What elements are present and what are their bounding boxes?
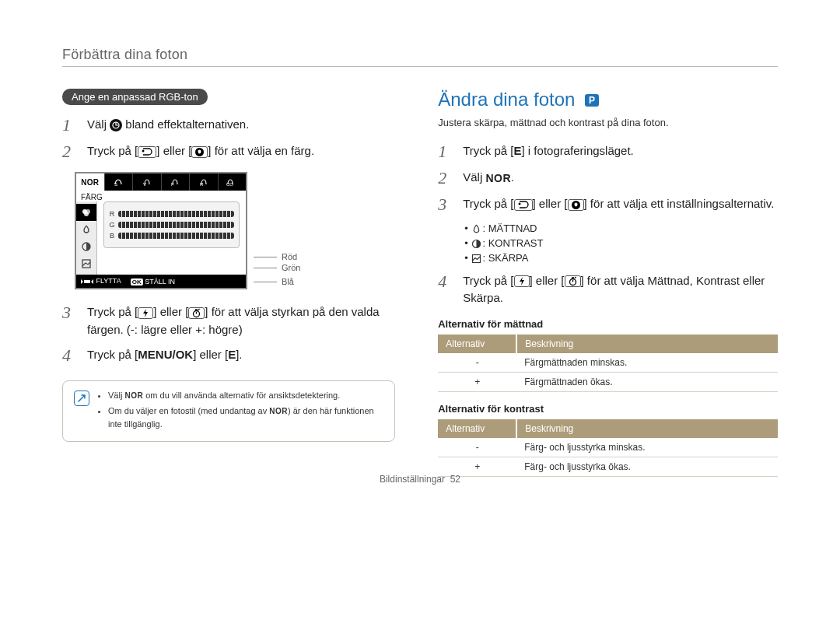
- step-text: Välj bland effektalternativen.: [87, 116, 395, 134]
- mode-badge: P: [585, 94, 599, 107]
- svg-text:V: V: [143, 182, 146, 187]
- camera-ui-illustration: NOR S V F R CO FÄRG: [75, 172, 395, 289]
- section-subtitle: Justera skärpa, mättnad och kontrast på …: [438, 117, 778, 128]
- step-number: 4: [62, 346, 79, 365]
- page-footer: Bildinställningar 52: [0, 474, 840, 485]
- table-heading-saturation: Alternativ för mättnad: [438, 318, 778, 330]
- custom-rgb-circle-icon: [110, 119, 122, 131]
- option-sharpness: : SKÄRPA: [464, 252, 778, 264]
- svg-text:F: F: [171, 182, 174, 187]
- step-text: Tryck på [] eller [] för att välja styrk…: [87, 303, 395, 338]
- step-number: 2: [62, 142, 79, 161]
- flash-key-icon: [514, 275, 530, 287]
- macro-left-key-icon: [514, 199, 533, 211]
- camera-area-title: FÄRG: [76, 191, 246, 201]
- section-title: Ändra dina foton P: [438, 89, 778, 110]
- rgb-b-label: B: [109, 232, 115, 240]
- nor-label: NOR: [485, 172, 511, 184]
- contrast-icon: [471, 238, 482, 250]
- step-text: Tryck på [MENU/OK] eller [E].: [87, 346, 395, 364]
- step: 3 Tryck på [] eller [] för att välja ett…: [438, 195, 778, 214]
- step: 3 Tryck på [] eller [] för att välja sty…: [62, 303, 395, 338]
- page-header: Förbättra dina foton: [62, 47, 778, 63]
- step: 4 Tryck på [MENU/OK] eller [E].: [62, 346, 395, 365]
- step-text: Tryck på [] eller [] för att välja Mättn…: [463, 272, 778, 307]
- side-contrast-icon: [76, 238, 96, 255]
- style-tab-forest-icon: F: [162, 173, 191, 191]
- step: 1 Välj bland effektalternativen.: [62, 116, 395, 135]
- callout-red: Röd: [254, 252, 300, 261]
- step-number: 1: [438, 142, 455, 161]
- style-tab-cool-icon: CO: [219, 173, 247, 191]
- nor-label: NOR: [124, 391, 143, 400]
- table-row: + Färgmättnaden ökas.: [438, 372, 778, 391]
- step-number: 4: [438, 272, 455, 291]
- option-saturation: : MÄTTNAD: [464, 222, 778, 235]
- rgb-b-bar: [118, 233, 234, 239]
- camera-footer-set: OK STÄLL IN: [131, 278, 175, 285]
- subsection-pill: Ange en anpassad RGB-ton: [62, 89, 208, 105]
- style-tab-retro-icon: R: [190, 173, 219, 191]
- option-contrast: : KONTRAST: [464, 237, 778, 250]
- macro-left-key-icon: [138, 146, 156, 158]
- droplet-icon: [471, 223, 482, 235]
- note-item: Om du väljer en fotostil (med undantag a…: [108, 405, 383, 432]
- rgb-r-label: R: [109, 210, 115, 218]
- flash-key-icon: [138, 307, 153, 319]
- rgb-g-bar: [118, 222, 234, 228]
- step-number: 2: [438, 169, 455, 187]
- step-number: 1: [62, 116, 79, 135]
- info-note-icon: [74, 391, 89, 406]
- table-heading-contrast: Alternativ för kontrast: [438, 403, 778, 415]
- callout-green: Grön: [254, 263, 300, 272]
- step: 2 Välj NOR.: [438, 169, 778, 187]
- table-row: - Färg- och ljusstyrka minskas.: [438, 438, 778, 457]
- style-tab-soft-icon: S: [105, 173, 134, 191]
- svg-text:R: R: [200, 182, 204, 187]
- rgb-r-bar: [118, 211, 234, 217]
- camera-footer-move: FLYTTA: [80, 277, 121, 285]
- note-item: Välj NOR om du vill använda alternativ f…: [108, 389, 383, 403]
- callout-blue: Blå: [254, 277, 300, 286]
- side-sharpness-icon: [76, 255, 96, 272]
- contrast-table: Alternativ Beskrivning - Färg- och ljuss…: [438, 419, 778, 477]
- step-text: Välj NOR.: [463, 169, 778, 187]
- svg-point-8: [84, 212, 89, 216]
- saturation-table: Alternativ Beskrivning - Färgmättnaden m…: [438, 335, 778, 392]
- svg-point-12: [518, 202, 520, 205]
- macro-right-key-icon: [191, 146, 208, 158]
- step-text: Tryck på [] eller [] för att välja ett i…: [463, 195, 778, 213]
- svg-point-0: [142, 149, 145, 152]
- step-text: Tryck på [] eller [] för att välja en fä…: [87, 142, 395, 160]
- th-option: Alternativ: [438, 335, 516, 353]
- side-rgb-icon: [76, 204, 96, 221]
- th-description: Beskrivning: [516, 335, 778, 353]
- step: 2 Tryck på [] eller [] för att välja en …: [62, 142, 395, 161]
- th-description: Beskrivning: [516, 419, 778, 438]
- step-text: Tryck på [E] i fotograferingsläget.: [463, 142, 778, 160]
- svg-text:S: S: [114, 182, 117, 187]
- th-option: Alternativ: [438, 419, 516, 438]
- side-saturation-icon: [76, 221, 96, 238]
- step-number: 3: [438, 195, 455, 214]
- style-tab-vivid-icon: V: [133, 173, 162, 191]
- note-box: Välj NOR om du vill använda alternativ f…: [62, 380, 395, 442]
- step: 4 Tryck på [] eller [] för att välja Mät…: [438, 272, 778, 307]
- header-rule: [62, 66, 778, 67]
- sharpness-icon: [471, 253, 482, 264]
- nor-label: NOR: [269, 407, 288, 415]
- table-row: - Färgmättnaden minskas.: [438, 353, 778, 373]
- timer-key-icon: [565, 275, 581, 287]
- step: 1 Tryck på [E] i fotograferingsläget.: [438, 142, 778, 161]
- timer-key-icon: [188, 307, 205, 319]
- macro-right-key-icon: [568, 199, 584, 211]
- svg-text:CO: CO: [226, 182, 233, 187]
- rgb-g-label: G: [109, 221, 115, 229]
- step-number: 3: [62, 303, 79, 322]
- style-tab-nor: NOR: [76, 173, 105, 191]
